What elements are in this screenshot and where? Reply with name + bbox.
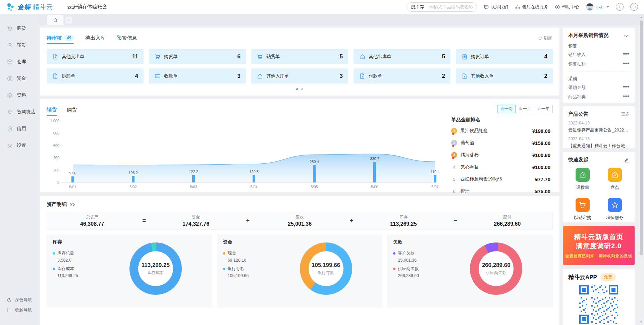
- tab-sales-1[interactable]: 购货: [67, 104, 77, 115]
- header-link-compass[interactable]: 帮助中心: [555, 4, 579, 10]
- refresh-button[interactable]: 刷新: [538, 36, 552, 41]
- sidebar: 购货销货仓库资金资料智慧微店信用设置 深色导航收起导航: [0, 14, 39, 325]
- logout-button[interactable]: [630, 3, 638, 11]
- sidebar-footer-collapse[interactable]: 收起导航: [0, 305, 39, 315]
- quick-action-star[interactable]: 增值服务: [600, 198, 629, 221]
- legend-dot-icon: [393, 252, 395, 255]
- monthly-summary-title: 本月采购销售情况: [568, 32, 608, 39]
- todo-card-label: 其他入库单: [266, 73, 289, 79]
- brand-logo[interactable]: 金蝶 精斗云: [6, 2, 53, 12]
- search-scope-label[interactable]: 搜库存: [411, 4, 424, 10]
- svg-text:280.4: 280.4: [310, 160, 319, 164]
- rank-number: 6: [451, 189, 457, 194]
- avatar[interactable]: [586, 3, 594, 11]
- tab-sales-0[interactable]: 销货: [47, 104, 57, 115]
- legend-label: 现金: [228, 251, 236, 256]
- inventory-search[interactable]: 搜库存: [407, 2, 477, 12]
- todo-card-count: 3: [340, 73, 343, 79]
- eye-closed-icon[interactable]: [624, 33, 629, 38]
- home-tab[interactable]: [47, 15, 63, 25]
- todo-card[interactable]: 收款单3: [149, 68, 246, 84]
- user-menu[interactable]: 小乔: [586, 3, 609, 11]
- header-link-chat[interactable]: 联系我们: [484, 4, 508, 10]
- chevron-down-icon: [606, 6, 609, 8]
- announcement-link[interactable]: 云进销存产品更新公告_20220...: [568, 127, 629, 133]
- quick-action-house-swap[interactable]: ⇄调拨单: [568, 168, 597, 191]
- range-button-2[interactable]: 近一年: [534, 105, 553, 113]
- ranking-row[interactable]: 3烤海苔卷¥100.80: [451, 150, 550, 160]
- tab-list-dropdown[interactable]: [65, 17, 72, 23]
- todo-card[interactable]: ←其他入库单3: [251, 68, 348, 84]
- search-input[interactable]: [429, 4, 488, 9]
- ranking-row[interactable]: 2葡萄酒¥158.00: [451, 138, 550, 148]
- layers-icon: [7, 92, 13, 99]
- sales-trend-chart: 02004006008001,00097.85/01103.25/02122.2…: [46, 117, 438, 191]
- todo-card-label: 销货单: [266, 54, 280, 60]
- sidebar-item-cube[interactable]: 仓库: [0, 53, 39, 70]
- banner-line2: 满意度调研2.0: [576, 241, 622, 251]
- ranking-row[interactable]: 1果汁饮品礼盒¥198.00: [451, 126, 550, 136]
- app-title: 精斗云APP: [568, 273, 597, 281]
- pagination-dot-2[interactable]: [301, 88, 303, 90]
- pagination-dot-1[interactable]: [296, 88, 298, 90]
- scrollbar-thumb[interactable]: [640, 20, 643, 255]
- todo-card[interactable]: −销货单5: [251, 49, 348, 64]
- ranking-row[interactable]: 4夹心海苔¥100.00: [451, 162, 550, 172]
- ranking-item-amount: ¥100.00: [532, 164, 550, 170]
- sidebar-item-cart[interactable]: 购货: [0, 20, 39, 37]
- todo-card[interactable]: ¥付款单2: [354, 68, 450, 84]
- compass-icon: [555, 4, 560, 10]
- ranking-row[interactable]: 5西红柿意粉酱190g*6¥77.70: [451, 174, 550, 184]
- sidebar-item-gear[interactable]: 设置: [0, 137, 39, 154]
- header-link-label: 联系我们: [491, 4, 508, 10]
- announcement-link[interactable]: 【重要通知】精斗云工作台域...: [568, 143, 629, 149]
- asset-stat: 应收25,001.36: [255, 214, 345, 227]
- donut-chart-欠款: 欠款客户欠款25,001.36供应商欠款266,289.60266,289.60…: [387, 234, 553, 308]
- announcements-card: 产品公告 更多 2022-04-13云进销存产品更新公告_20220...202…: [563, 106, 635, 148]
- todo-card[interactable]: 购货订单4: [456, 49, 553, 64]
- todo-card[interactable]: ¥其他支出单11: [47, 49, 144, 64]
- vertical-scrollbar[interactable]: ▲ ▼: [639, 15, 643, 324]
- asset-stat-value: 46,308.77: [47, 221, 137, 227]
- sidebar-item-layers[interactable]: 资料: [0, 87, 39, 104]
- sidebar-item-label: 资金: [17, 75, 26, 82]
- back-button[interactable]: [616, 3, 624, 11]
- todo-card[interactable]: +购货单6: [149, 49, 246, 64]
- scroll-up-arrow[interactable]: ▲: [639, 15, 643, 19]
- header-link-headset[interactable]: 售后在线服务: [515, 4, 548, 10]
- headset-icon: [515, 4, 520, 10]
- edit-icon[interactable]: [624, 157, 629, 163]
- sidebar-footer-moon[interactable]: 深色导航: [0, 295, 39, 305]
- quick-action-label: 增值服务: [606, 215, 624, 221]
- eye-icon[interactable]: [69, 202, 75, 207]
- quick-launch-card: 快速发起 ⇄调拨单⇄盘点以销定购增值服务: [563, 152, 635, 222]
- tab-todo-0[interactable]: 待审核49: [47, 32, 74, 44]
- sidebar-item-shield[interactable]: 信用: [0, 120, 39, 137]
- sidebar-item-label: 销货: [17, 42, 26, 48]
- legend-dot-icon: [53, 268, 55, 270]
- scroll-down-arrow[interactable]: ▼: [639, 320, 643, 324]
- sidebar-item-yen[interactable]: 资金: [0, 70, 39, 87]
- tab-todo-1[interactable]: 待出入库: [85, 32, 105, 44]
- more-link[interactable]: 更多: [621, 111, 629, 117]
- register-icon: [7, 42, 13, 48]
- announcements-title: 产品公告: [568, 111, 588, 117]
- legend-dot-icon: [393, 268, 395, 270]
- range-button-1[interactable]: 近一月: [516, 105, 534, 113]
- user-name[interactable]: 小乔: [596, 4, 604, 10]
- todo-card[interactable]: ¥其他收入单2: [456, 68, 553, 84]
- quick-action-house-swap[interactable]: ⇄盘点: [600, 168, 629, 191]
- todo-card[interactable]: →其他出库单5: [354, 49, 450, 64]
- range-button-0[interactable]: 近一周: [497, 105, 516, 113]
- survey-banner[interactable]: 精斗云新版首页 满意度调研2.0 全新首页已到来 期待收到您的反馈: [563, 226, 635, 265]
- doc-icon: ¥: [52, 53, 59, 60]
- todo-card[interactable]: #拆卸单4: [47, 68, 144, 84]
- todo-card-count: 4: [135, 73, 138, 79]
- legend-dot-icon: [53, 252, 55, 255]
- sidebar-item-register[interactable]: 销货: [0, 37, 39, 53]
- sidebar-item-bulb[interactable]: 智慧微店: [0, 104, 39, 120]
- quick-action-cart[interactable]: 以销定购: [568, 198, 597, 221]
- tab-todo-2[interactable]: 预警信息: [117, 32, 137, 44]
- ranking-row[interactable]: 6橙汁¥75.00: [451, 186, 550, 196]
- ranking-item-amount: ¥75.00: [535, 188, 550, 194]
